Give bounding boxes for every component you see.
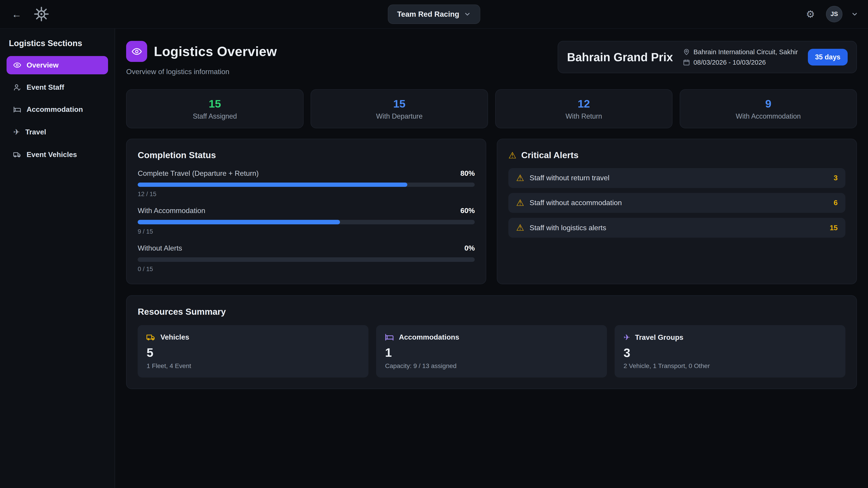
progress-track — [138, 220, 475, 224]
sidebar-item-label: Event Staff — [27, 83, 64, 92]
warning-triangle-icon: ⚠ — [516, 173, 524, 182]
stat-card-staff-assigned: 15 Staff Assigned — [126, 89, 303, 128]
resource-detail: 2 Vehicle, 1 Transport, 0 Other — [624, 362, 837, 369]
event-name: Bahrain Grand Prix — [567, 51, 673, 64]
team-selector-label: Team Red Racing — [397, 10, 459, 19]
alert-item-logistics-alerts[interactable]: ⚠ Staff with logistics alerts 15 — [508, 218, 845, 238]
progress-track — [138, 257, 475, 262]
stat-value: 12 — [503, 97, 664, 110]
alert-item-accommodation[interactable]: ⚠ Staff without accommodation 6 — [508, 193, 845, 213]
resource-value: 5 — [147, 346, 360, 359]
location-pin-icon — [683, 48, 690, 56]
progress-percent: 0% — [464, 244, 475, 252]
progress-percent: 60% — [460, 206, 475, 215]
stat-label: With Return — [503, 112, 664, 120]
progress-count: 9 / 15 — [138, 228, 475, 235]
progress-label: Complete Travel (Departure + Return) — [138, 169, 258, 177]
sidebar-item-overview[interactable]: Overview — [6, 56, 108, 74]
event-card: Bahrain Grand Prix Bahrain International… — [558, 41, 857, 73]
calendar-icon — [683, 59, 690, 66]
main-content: Logistics Overview Overview of logistics… — [115, 29, 868, 488]
stats-row: 15 Staff Assigned 15 With Departure 12 W… — [126, 89, 857, 128]
back-button[interactable]: ← — [8, 5, 25, 23]
resources-summary-title: Resources Summary — [138, 307, 845, 317]
eye-icon — [13, 61, 21, 69]
alert-item-return-travel[interactable]: ⚠ Staff without return travel 3 — [508, 168, 845, 188]
app-root: ← Team Red Racing — [0, 0, 868, 488]
stat-card-with-departure: 15 With Departure — [311, 89, 488, 128]
alert-label: Staff without return travel — [530, 174, 610, 182]
progress-row-complete-travel: Complete Travel (Departure + Return) 80%… — [138, 169, 475, 198]
page-header: Logistics Overview Overview of logistics… — [126, 41, 857, 76]
settings-button[interactable]: ⚙ — [802, 5, 819, 23]
critical-alerts-title: Critical Alerts — [521, 150, 579, 160]
chevron-down-icon — [464, 11, 471, 18]
days-remaining-badge: 35 days — [808, 49, 848, 66]
sidebar-item-event-vehicles[interactable]: Event Vehicles — [6, 145, 108, 164]
progress-percent: 80% — [460, 169, 475, 177]
topbar: ← Team Red Racing — [0, 0, 868, 29]
stat-label: With Accommodation — [688, 112, 849, 120]
overview-eye-icon — [126, 41, 147, 62]
resource-detail: Capacity: 9 / 13 assigned — [385, 362, 598, 369]
progress-label: Without Alerts — [138, 244, 182, 252]
progress-count: 12 / 15 — [138, 191, 475, 198]
sidebar-item-event-staff[interactable]: Event Staff — [6, 78, 108, 96]
sidebar-item-accommodation[interactable]: Accommodation — [6, 100, 108, 119]
sidebar: Logistics Sections Overview Event Staff … — [0, 29, 115, 488]
resource-card-travel-groups: ✈ Travel Groups 3 2 Vehicle, 1 Transport… — [615, 325, 845, 378]
team-selector-button[interactable]: Team Red Racing — [388, 4, 480, 24]
avatar-initials: JS — [831, 11, 838, 18]
stat-label: With Departure — [319, 112, 480, 120]
completion-status-card: Completion Status Complete Travel (Depar… — [126, 139, 486, 284]
profile-menu-button[interactable] — [849, 5, 860, 23]
resource-label: Travel Groups — [635, 333, 683, 341]
user-icon — [13, 84, 21, 91]
event-meta: Bahrain International Circuit, Sakhir 08… — [683, 48, 798, 66]
stat-card-with-accommodation: 9 With Accommodation — [680, 89, 857, 128]
plane-icon: ✈ — [624, 333, 630, 342]
page-title: Logistics Overview — [154, 44, 277, 59]
resource-value: 3 — [624, 346, 837, 360]
resource-grid: Vehicles 5 1 Fleet, 4 Event Accommodatio… — [138, 325, 845, 378]
sidebar-item-label: Accommodation — [27, 105, 83, 113]
page-subtitle: Overview of logistics information — [126, 68, 277, 76]
resource-label: Accommodations — [399, 333, 459, 341]
bed-icon — [13, 106, 21, 113]
sidebar-title: Logistics Sections — [6, 39, 108, 56]
page-header-left: Logistics Overview Overview of logistics… — [126, 41, 277, 76]
progress-count: 0 / 15 — [138, 266, 475, 273]
progress-track — [138, 183, 475, 187]
stat-value: 15 — [319, 97, 480, 110]
alert-count: 15 — [830, 224, 837, 232]
alert-count: 3 — [834, 174, 838, 182]
sidebar-item-label: Event Vehicles — [27, 151, 77, 159]
sidebar-item-label: Overview — [27, 61, 59, 69]
resource-card-accommodations: Accommodations 1 Capacity: 9 / 13 assign… — [376, 325, 607, 378]
truck-icon — [13, 151, 21, 158]
avatar[interactable]: JS — [826, 6, 842, 22]
gear-icon: ⚙ — [806, 8, 815, 20]
resources-summary-card: Resources Summary Vehicles 5 1 Fleet, 4 … — [126, 295, 857, 389]
chevron-down-icon — [851, 11, 858, 18]
alert-list: ⚠ Staff without return travel 3 ⚠ Staff … — [508, 168, 845, 238]
completion-status-title: Completion Status — [138, 150, 475, 160]
alert-count: 6 — [834, 199, 838, 207]
app-logo-steering-wheel-icon — [31, 4, 52, 25]
warning-triangle-icon: ⚠ — [516, 223, 524, 232]
stat-card-with-return: 12 With Return — [495, 89, 673, 128]
topbar-right: ⚙ JS — [802, 5, 860, 23]
bed-icon — [385, 333, 394, 341]
back-arrow-icon: ← — [11, 8, 22, 20]
stat-value: 15 — [134, 97, 296, 110]
progress-row-with-accommodation: With Accommodation 60% 9 / 15 — [138, 206, 475, 235]
progress-label: With Accommodation — [138, 206, 205, 215]
truck-icon — [147, 333, 155, 341]
plane-icon: ✈ — [13, 127, 20, 136]
resource-label: Vehicles — [160, 333, 189, 341]
progress-fill — [138, 220, 340, 224]
warning-triangle-icon: ⚠ — [516, 198, 524, 207]
alert-label: Staff without accommodation — [530, 199, 622, 207]
sidebar-item-travel[interactable]: ✈ Travel — [6, 123, 108, 141]
sidebar-item-label: Travel — [25, 128, 46, 136]
